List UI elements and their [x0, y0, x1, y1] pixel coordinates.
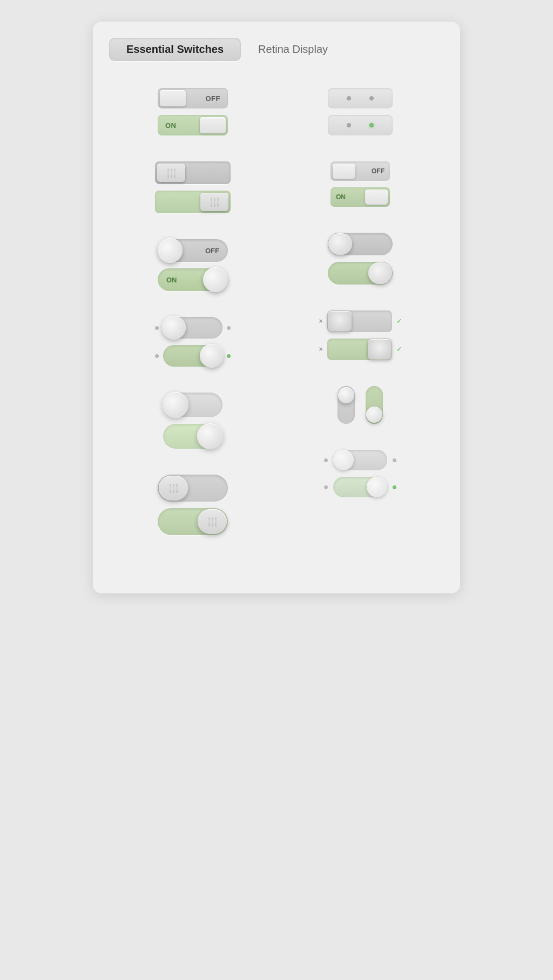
vertical-pair [338, 386, 383, 424]
switch-track [163, 317, 222, 339]
tab-essential[interactable]: Essential Switches [109, 38, 241, 61]
switch-slider-on[interactable]: × ✓ [319, 339, 401, 360]
right-dot-active [369, 123, 374, 127]
switch-round-knob-off[interactable]: OFF [158, 239, 228, 262]
switch-label: ON [165, 121, 177, 130]
group-pill-dots [324, 450, 396, 497]
switch-knob [162, 316, 186, 340]
group-ridged-pill [158, 475, 228, 535]
switch-handle [200, 117, 226, 133]
switch-track [333, 450, 387, 470]
group-pill [163, 393, 222, 449]
group-flat-text: OFF ON [158, 88, 228, 136]
switch-knob [197, 423, 223, 449]
switch-label: OFF [205, 247, 219, 255]
left-dot [155, 326, 159, 330]
ridge-3 [215, 517, 217, 526]
switch-flat-on[interactable]: ON [158, 115, 228, 136]
switch-track [327, 339, 392, 360]
switch-flat-off[interactable]: OFF [158, 88, 228, 109]
ridge-3 [176, 483, 178, 493]
ridge-1 [170, 483, 171, 493]
switch-ridged-on[interactable] [155, 191, 231, 213]
ridge-1 [208, 517, 210, 526]
switch-knob [367, 477, 387, 497]
switch-pill-off[interactable] [163, 393, 222, 417]
right-column: OFF ON × [276, 88, 444, 561]
tab-bar: Essential Switches Retina Display [109, 38, 444, 61]
group-round-knob: OFF ON [158, 239, 228, 291]
group-small-rect: OFF ON [331, 161, 390, 207]
switch-knob [159, 476, 188, 501]
switch-ios-on[interactable] [328, 262, 393, 285]
switch-label: ON [336, 193, 346, 201]
switch-knob [163, 392, 188, 418]
switch-knob [368, 339, 392, 360]
right-pill-dot-green [393, 485, 396, 489]
left-dot [347, 96, 351, 100]
left-dot [347, 123, 351, 127]
switch-handle [160, 90, 186, 106]
right-dot-green [227, 354, 231, 358]
tab-retina[interactable]: Retina Display [241, 38, 345, 61]
switch-label: OFF [372, 167, 385, 175]
switch-handle [333, 164, 355, 179]
switch-label: ON [166, 276, 177, 284]
switch-knob [333, 450, 354, 470]
switch-small-rect-off[interactable]: OFF [331, 161, 390, 181]
ridge-2 [212, 517, 213, 526]
switch-slider-off[interactable]: × ✓ [319, 310, 401, 332]
right-pill-dot [393, 458, 396, 462]
switch-ridged-off[interactable] [155, 161, 231, 184]
switch-track [327, 310, 392, 332]
switch-knob [366, 407, 382, 423]
group-dot-knob [155, 317, 231, 367]
switch-vertical-on[interactable] [366, 386, 383, 424]
switch-knob [328, 311, 352, 332]
slider-check-icon: ✓ [396, 317, 402, 325]
switch-handle [200, 193, 228, 211]
left-dot [155, 354, 159, 358]
switch-handle [365, 190, 388, 205]
switch-dot-indicator-on[interactable] [328, 115, 393, 136]
main-card: Essential Switches Retina Display OFF ON [93, 22, 460, 593]
switch-label: OFF [206, 94, 221, 103]
right-dot [227, 326, 231, 330]
left-pill-dot [324, 485, 328, 489]
switch-ridged-pill-on[interactable] [158, 508, 228, 535]
switch-dot-knob-off[interactable] [155, 317, 231, 339]
switch-track [333, 477, 387, 497]
slider-x-icon: × [319, 346, 322, 353]
group-vertical [338, 386, 383, 424]
right-dot [369, 96, 374, 100]
switch-vertical-off[interactable] [338, 386, 355, 424]
group-slider-xcheck: × ✓ × ✓ [319, 310, 401, 360]
group-ridged [155, 161, 231, 213]
switch-knob [158, 238, 183, 263]
switch-track [163, 345, 222, 367]
switches-grid: OFF ON [109, 88, 444, 561]
ridge-3 [174, 168, 176, 178]
switch-knob [200, 344, 224, 368]
group-ios-pill [328, 233, 393, 285]
switch-knob [328, 233, 352, 255]
group-dot-indicator [328, 88, 393, 136]
switch-pill-dots-on[interactable] [324, 477, 396, 497]
switch-pill-on[interactable] [163, 424, 222, 449]
switch-handle [157, 164, 185, 182]
ridge-2 [173, 483, 174, 493]
switch-dot-indicator-off[interactable] [328, 88, 393, 109]
ridge-2 [171, 168, 172, 178]
switch-small-rect-on[interactable]: ON [331, 187, 390, 207]
left-pill-dot [324, 458, 328, 462]
switch-dot-knob-on[interactable] [155, 345, 231, 367]
switch-pill-dots-off[interactable] [324, 450, 396, 470]
ridge-1 [167, 168, 169, 178]
ridge-2 [214, 197, 215, 207]
slider-x-icon: × [319, 317, 322, 325]
switch-ridged-pill-off[interactable] [158, 475, 228, 502]
switch-round-knob-on[interactable]: ON [158, 268, 228, 291]
switch-ios-off[interactable] [328, 233, 393, 255]
slider-check-icon: ✓ [396, 346, 402, 353]
ridge-1 [211, 197, 212, 207]
